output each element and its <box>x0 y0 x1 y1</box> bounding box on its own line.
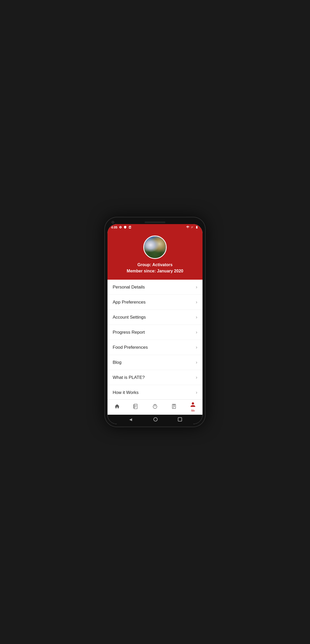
chevron-icon: › <box>196 314 197 320</box>
signal-icon <box>191 226 194 229</box>
menu-label-progress-report: Progress Report <box>113 330 145 335</box>
svg-rect-4 <box>134 404 134 408</box>
android-nav-bar: ◀ <box>107 415 203 424</box>
status-right <box>186 226 199 229</box>
menu-label-how-it-works: How it Works <box>113 390 139 395</box>
status-left: 4:05 <box>111 226 131 229</box>
phone-screen: 4:05 <box>107 224 203 424</box>
menu-label-what-is-plate: What is PLATE? <box>113 375 145 380</box>
menu-label-account-settings: Account Settings <box>113 315 146 320</box>
nav-item-journal[interactable] <box>130 404 143 411</box>
menu-item-account-settings[interactable]: Account Settings › <box>107 310 203 325</box>
chevron-icon: › <box>196 390 197 395</box>
nav-item-me[interactable]: Me <box>186 402 199 412</box>
android-home-button[interactable] <box>153 417 158 421</box>
avatar-image <box>144 236 166 258</box>
speaker-bar <box>145 222 165 223</box>
status-bar: 4:05 <box>107 224 203 230</box>
menu-item-what-is-plate[interactable]: What is PLATE? › <box>107 370 203 385</box>
chevron-icon: › <box>196 375 197 380</box>
clipboard-icon <box>171 404 177 411</box>
sim-icon <box>128 226 131 229</box>
menu-item-app-preferences[interactable]: App Preferences › <box>107 295 203 310</box>
member-label: Member since: January 2020 <box>127 269 183 273</box>
journal-icon <box>133 404 139 411</box>
chevron-icon: › <box>196 284 197 290</box>
settings-icon <box>119 226 122 229</box>
back-icon: ◀ <box>129 417 132 421</box>
battery-icon <box>195 226 199 229</box>
avatar <box>143 236 167 259</box>
menu-label-blog: Blog <box>113 360 122 365</box>
android-recent-button[interactable] <box>178 417 182 421</box>
nav-me-label: Me <box>191 409 195 412</box>
menu-item-blog[interactable]: Blog › <box>107 355 203 370</box>
camera-dot <box>112 221 114 224</box>
chevron-icon: › <box>196 345 197 350</box>
status-time: 4:05 <box>111 226 117 229</box>
chevron-icon: › <box>196 360 197 365</box>
notch-area <box>107 220 203 224</box>
phone-frame: 4:05 <box>104 217 206 427</box>
home-icon <box>114 404 120 411</box>
svg-point-5 <box>153 405 157 408</box>
profile-header: Group: Activators Member since: January … <box>107 230 203 280</box>
menu-label-app-preferences: App Preferences <box>113 300 146 305</box>
menu-item-progress-report[interactable]: Progress Report › <box>107 325 203 340</box>
wifi-icon <box>186 226 190 229</box>
menu-list: Personal Details › App Preferences › Acc… <box>107 280 203 399</box>
menu-item-personal-details[interactable]: Personal Details › <box>107 280 203 295</box>
nav-item-clipboard[interactable] <box>167 404 180 411</box>
nav-item-home[interactable] <box>111 404 124 411</box>
chevron-icon: › <box>196 330 197 335</box>
shield-icon <box>124 226 127 229</box>
menu-item-food-preferences[interactable]: Food Preferences › <box>107 340 203 355</box>
bottom-nav: Me <box>107 399 203 415</box>
android-back-button[interactable]: ◀ <box>128 417 133 422</box>
person-icon <box>190 402 196 409</box>
svg-rect-0 <box>134 404 137 408</box>
plate-icon <box>152 404 158 411</box>
nav-item-plate[interactable] <box>149 404 161 411</box>
chevron-icon: › <box>196 299 197 305</box>
menu-item-how-it-works[interactable]: How it Works › <box>107 385 203 399</box>
menu-label-food-preferences: Food Preferences <box>113 345 148 350</box>
menu-label-personal-details: Personal Details <box>113 285 145 290</box>
group-label: Group: Activators <box>137 263 172 267</box>
